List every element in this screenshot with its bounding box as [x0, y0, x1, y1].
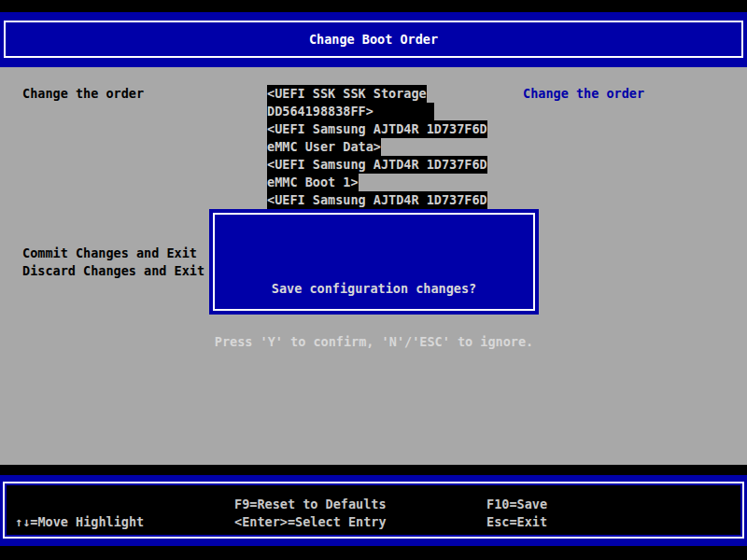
title-box: Change Boot Order	[4, 21, 743, 58]
boot-entry-line[interactable]: <UEFI Samsung AJTD4R 1D737F6D	[267, 191, 487, 209]
boot-entry-line[interactable]: eMMC User Data>	[267, 138, 487, 156]
boot-entry-line[interactable]: <UEFI SSK SSK Storage	[267, 85, 487, 103]
bios-setup-screen: Change Boot Order Change the order <UEFI…	[0, 0, 747, 560]
boot-entry-line[interactable]: eMMC Boot 1>	[267, 174, 487, 191]
key-help-bar: ↑↓=Move Highlight F9=Reset to Defaults <…	[0, 475, 747, 546]
boot-order-list: <UEFI SSK SSK Storage DD564198838FF> <UE…	[267, 85, 487, 209]
save-confirmation-dialog: Save configuration changes? Press 'Y' to…	[209, 209, 539, 315]
boot-entry-line[interactable]: <UEFI Samsung AJTD4R 1D737F6D	[267, 156, 487, 174]
hint-exit: Esc=Exit	[486, 513, 547, 531]
boot-entry-line[interactable]: <UEFI Samsung AJTD4R 1D737F6D	[267, 120, 487, 138]
hint-save: F10=Save	[486, 496, 547, 513]
menu-item-discard-changes[interactable]: Discard Changes and Exit	[22, 262, 204, 280]
menu-item-commit-changes[interactable]: Commit Changes and Exit	[22, 245, 197, 262]
hint-reset-defaults: F9=Reset to Defaults	[234, 496, 387, 513]
change-order-label: Change the order	[22, 85, 144, 103]
dialog-message: Save configuration changes? Press 'Y' to…	[209, 245, 539, 386]
hint-move-highlight: ↑↓=Move Highlight	[15, 513, 144, 531]
title-bar: Change Boot Order	[0, 12, 747, 67]
dialog-message-line2: Press 'Y' to confirm, 'N'/'ESC' to ignor…	[209, 333, 539, 351]
item-help-text: Change the order	[523, 85, 644, 103]
dialog-message-line1: Save configuration changes?	[209, 280, 539, 298]
boot-entry-line[interactable]: DD564198838FF>	[267, 103, 487, 120]
page-title: Change Boot Order	[309, 31, 438, 49]
hint-select-entry: <Enter>=Select Entry	[234, 513, 387, 531]
